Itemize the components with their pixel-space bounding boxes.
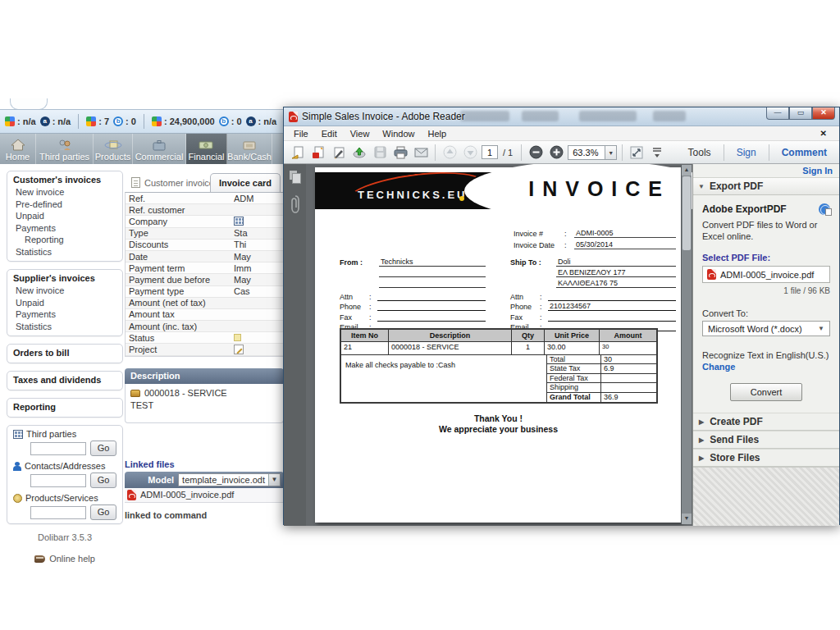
comment-button[interactable]: Comment	[774, 147, 834, 158]
zoom-in-button[interactable]	[547, 144, 565, 162]
send-files-section[interactable]: ▶Send Files	[693, 431, 839, 449]
close-icon[interactable]: ✕	[814, 129, 833, 138]
store-files-section[interactable]: ▶Store Files	[693, 449, 839, 467]
previous-page-button[interactable]	[441, 144, 459, 162]
change-link[interactable]: Change	[702, 362, 735, 372]
tab-third-parties[interactable]: Third parties	[36, 134, 94, 164]
panel-hatch-area	[693, 467, 839, 526]
tab-label: Bank/Cash	[227, 152, 272, 162]
sign-in-link[interactable]: Sign In	[693, 164, 839, 178]
model-select[interactable]: template_invoice.odt▼	[178, 473, 281, 486]
scroll-up-icon[interactable]: ▲	[682, 165, 692, 176]
suppliers-invoices-title[interactable]: Supplier's invoices	[13, 273, 116, 283]
tab-home[interactable]: Home	[0, 134, 36, 164]
edit-icon[interactable]	[234, 345, 244, 354]
save-button[interactable]	[371, 144, 389, 162]
seo-stat: a: n/a	[40, 116, 71, 126]
next-page-button[interactable]	[461, 144, 479, 162]
sidebar-item-statistics[interactable]: Statistics	[13, 321, 116, 333]
field-row-ref: Ref.ADM	[126, 193, 283, 204]
minimize-button[interactable]: —	[766, 107, 789, 120]
tab-commercial[interactable]: Commercial	[133, 134, 186, 164]
sidebar-item-new-invoice[interactable]: New invoice	[13, 186, 116, 199]
dolibarr-version: Dolibarr 3.5.3	[7, 532, 123, 542]
model-bar: Model template_invoice.odt▼	[125, 472, 284, 488]
paperclip-icon[interactable]	[289, 194, 302, 215]
sidebar-item-payments[interactable]: Payments	[13, 222, 116, 235]
glass-blur	[522, 111, 559, 121]
print-button[interactable]	[391, 144, 409, 162]
sidebar-item-payments[interactable]: Payments	[13, 308, 116, 321]
scroll-down-icon[interactable]: ▼	[682, 514, 692, 524]
page-number-input[interactable]	[482, 145, 498, 159]
create-pdf-section[interactable]: ▶Create PDF	[693, 413, 839, 431]
customers-invoices-title[interactable]: Customer's invoices	[13, 175, 116, 185]
linked-file-row[interactable]: ADMI-0005_invoice.pdf	[125, 488, 284, 503]
separator	[144, 114, 144, 129]
convert-button[interactable]: Convert	[730, 383, 802, 401]
separator	[724, 144, 724, 161]
tools-button[interactable]: Tools	[681, 147, 719, 158]
sidebar-item-new-invoice[interactable]: New invoice	[13, 285, 116, 297]
invoice-card-tab[interactable]: Invoice card	[210, 173, 281, 192]
taxes-dividends-box[interactable]: Taxes and dividends	[7, 371, 123, 390]
model-label: Model	[148, 475, 174, 485]
menu-file[interactable]: File	[287, 129, 315, 139]
sidebar-item-unpaid[interactable]: Unpaid	[13, 210, 116, 222]
toolbar: / 1 63.3% ▼ Tools Sign Comment	[284, 141, 839, 164]
sign-button[interactable]: Sign	[729, 147, 764, 158]
tab-financial[interactable]: Financial	[186, 134, 227, 164]
field-row-company: Company	[126, 216, 283, 227]
field-row-amount-inc: Amount (inc. tax)	[126, 321, 283, 332]
field-row-amount-net: Amount (net of tax)	[126, 298, 283, 309]
sidebar-item-unpaid[interactable]: Unpaid	[13, 297, 116, 309]
menu-help[interactable]: Help	[421, 129, 453, 139]
customer-invoice-tab[interactable]: Customer invoice	[131, 177, 214, 188]
tab-bank-cash[interactable]: Bank/Cash	[227, 134, 272, 164]
online-help-link[interactable]: Online help	[7, 554, 123, 564]
page-thumbnails-icon[interactable]	[290, 171, 300, 182]
toolbar-overflow-button[interactable]	[648, 144, 666, 162]
zoom-out-button[interactable]	[527, 144, 545, 162]
document-area[interactable]: TECHNICKS.EU INVOICE Invoice #:ADMI-0005…	[306, 164, 692, 526]
sidebar-item-statistics[interactable]: Statistics	[13, 246, 116, 258]
ship-phone: 2101234567	[548, 302, 676, 311]
create-pdf-button[interactable]	[309, 144, 327, 162]
seo-stat: : 24,900,000	[152, 116, 215, 126]
contacts-search-input[interactable]	[30, 474, 86, 487]
glass-blur	[460, 111, 509, 121]
selected-file-box[interactable]: ADMI-0005_invoice.pdf	[702, 266, 830, 283]
menu-window[interactable]: Window	[376, 129, 421, 139]
home-icon	[10, 139, 26, 151]
products-search-input[interactable]	[30, 506, 86, 519]
open-file-button[interactable]	[289, 144, 307, 162]
email-button[interactable]	[412, 144, 430, 162]
go-button[interactable]: Go	[90, 504, 116, 520]
zoom-level-input[interactable]: 63.3%	[568, 145, 605, 160]
sidebar-item-reporting[interactable]: Reporting	[13, 234, 116, 246]
share-upload-button[interactable]	[350, 144, 368, 162]
go-button[interactable]: Go	[90, 472, 116, 488]
chevron-down-icon[interactable]: ▼	[605, 145, 617, 160]
export-pdf-header[interactable]: ▼Export PDF	[693, 178, 839, 195]
scrollbar-thumb[interactable]	[682, 176, 691, 250]
maximize-button[interactable]: ▭	[789, 107, 812, 120]
title-bar[interactable]: Simple Sales Invoice - Adobe Reader — ▭ …	[284, 107, 839, 126]
reporting-box[interactable]: Reporting	[7, 398, 123, 418]
fit-page-button[interactable]	[628, 144, 646, 162]
exportpdf-description: Convert PDF files to Word or Excel onlin…	[702, 219, 830, 242]
menu-edit[interactable]: Edit	[315, 129, 344, 139]
format-select[interactable]: Microsoft Word (*.docx)▼	[702, 321, 830, 336]
tab-products[interactable]: Products	[94, 134, 133, 164]
tab-label: Home	[6, 152, 30, 162]
service-ref[interactable]: 0000018 - SERVICE	[144, 387, 227, 399]
vertical-scrollbar[interactable]: ▲ ▼	[681, 165, 692, 524]
third-parties-search-input[interactable]	[30, 442, 86, 455]
ship-name: Doli	[556, 258, 676, 267]
menu-view[interactable]: View	[344, 129, 377, 139]
go-button[interactable]: Go	[90, 441, 116, 456]
orders-to-bill-box[interactable]: Orders to bill	[7, 344, 123, 363]
close-button[interactable]: ✕	[812, 107, 835, 120]
sidebar-item-pre-defined[interactable]: Pre-defined	[13, 199, 116, 211]
sign-pen-button[interactable]	[330, 144, 348, 162]
